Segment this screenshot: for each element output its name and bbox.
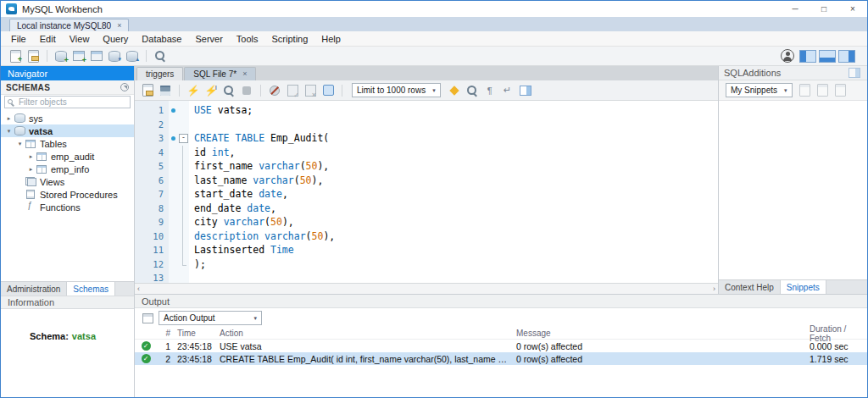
word-wrap-icon[interactable] <box>500 83 515 98</box>
tree-expand-icon[interactable]: ▾ <box>4 128 14 135</box>
toggle-left-panel-icon[interactable] <box>799 50 816 63</box>
scroll-right-icon[interactable]: › <box>713 285 715 293</box>
tree-expand-icon[interactable]: ▸ <box>26 153 36 160</box>
editor-tab-triggers[interactable]: triggers <box>136 67 183 80</box>
action-output-dropdown[interactable]: Action Output ▾ <box>159 311 262 325</box>
search-objects-icon[interactable] <box>153 48 168 64</box>
refresh-schemas-icon[interactable] <box>120 83 129 91</box>
code-text[interactable]: last_name varchar(50), <box>189 174 323 186</box>
insert-snippet-icon[interactable] <box>815 83 831 98</box>
filter-objects-input[interactable] <box>4 96 131 108</box>
scroll-left-icon[interactable]: ‹ <box>137 285 140 293</box>
replace-snippet-icon[interactable] <box>798 83 813 98</box>
code-text[interactable]: description varchar(50), <box>189 230 335 242</box>
tab-snippets[interactable]: Snippets <box>781 280 826 294</box>
code-text[interactable]: CREATE TABLE Emp_Audit( <box>189 132 329 144</box>
tree-expand-icon[interactable]: ▾ <box>15 141 25 147</box>
rollback-icon[interactable] <box>303 83 318 98</box>
mysql-app-icon <box>6 3 17 14</box>
toggle-right-panel-icon[interactable] <box>838 50 855 63</box>
fold-marker[interactable] <box>177 131 189 146</box>
tab-administration[interactable]: Administration <box>1 282 67 296</box>
menu-edit[interactable]: Edit <box>33 31 63 46</box>
menu-file[interactable]: File <box>4 31 33 46</box>
tree-item-sys[interactable]: ▸sys <box>1 112 134 124</box>
editor-horizontal-scrollbar[interactable]: ‹ › <box>135 283 718 294</box>
minimize-button[interactable]: ─ <box>781 1 810 17</box>
execute-current-icon[interactable] <box>203 83 219 98</box>
menu-query[interactable]: Query <box>96 31 135 46</box>
fold-marker <box>177 215 189 229</box>
explain-icon[interactable] <box>221 83 236 98</box>
tree-expand-icon[interactable]: ▸ <box>26 166 36 173</box>
menu-view[interactable]: View <box>63 31 97 46</box>
tree-item-vatsa[interactable]: ▾vatsa <box>1 124 134 137</box>
tab-schemas[interactable]: Schemas <box>67 282 115 296</box>
invisible-chars-icon[interactable] <box>482 83 498 98</box>
code-text[interactable]: end_date date, <box>189 202 276 214</box>
editor-tab-sql-file-7[interactable]: SQL File 7*× <box>184 67 256 80</box>
close-button[interactable]: × <box>838 1 867 17</box>
window-controls: ─ □ × <box>781 1 867 17</box>
tree-item-functions[interactable]: Functions <box>1 201 134 213</box>
create-schema-icon[interactable] <box>53 48 69 64</box>
menu-server[interactable]: Server <box>188 31 229 46</box>
output-grid-icon[interactable] <box>140 311 155 326</box>
copy-snippet-icon[interactable] <box>833 83 849 98</box>
code-text[interactable]: start_date date, <box>189 188 288 200</box>
fold-marker <box>177 146 189 160</box>
find-icon[interactable] <box>465 83 480 98</box>
open-file-icon[interactable] <box>140 83 155 98</box>
menu-scripting[interactable]: Scripting <box>265 31 315 46</box>
editor-tab-bar: triggersSQL File 7*× <box>135 66 718 80</box>
maximize-button[interactable]: □ <box>810 1 838 17</box>
menu-help[interactable]: Help <box>314 31 348 46</box>
create-table-icon[interactable] <box>71 48 86 64</box>
tree-item-emp-info[interactable]: ▸emp_info <box>1 163 134 175</box>
code-text[interactable]: id int, <box>189 146 236 158</box>
line-number: 10 <box>135 231 169 241</box>
code-text[interactable]: ); <box>189 258 206 270</box>
menu-database[interactable]: Database <box>135 31 188 46</box>
menu-tools[interactable]: Tools <box>230 31 265 46</box>
code-text[interactable]: city varchar(50), <box>189 216 294 228</box>
toggle-autocommit-icon[interactable] <box>320 83 336 98</box>
tree-item-stored-procedures[interactable]: Stored Procedures <box>1 188 134 201</box>
action-output-label: Action Output <box>164 313 215 323</box>
code-text[interactable]: USE vatsa; <box>189 104 253 116</box>
tree-item-tables[interactable]: ▾Tables <box>1 137 134 150</box>
close-tab-icon[interactable]: × <box>242 70 247 78</box>
output-cell: 23:45:18 <box>172 341 214 351</box>
code-text[interactable]: Lastinserted Time <box>189 244 294 256</box>
account-icon[interactable] <box>781 49 794 63</box>
stop-icon[interactable] <box>239 83 254 98</box>
output-row-2[interactable]: ✓223:45:18CREATE TABLE Emp_Audit( id int… <box>135 352 867 365</box>
tree-item-views[interactable]: Views <box>1 175 134 188</box>
execute-icon[interactable] <box>186 83 201 98</box>
tree-item-emp-audit[interactable]: ▸emp_audit <box>1 150 134 163</box>
beautify-icon[interactable] <box>447 83 462 98</box>
data-export-icon[interactable] <box>125 48 140 64</box>
line-number: 9 <box>135 217 169 227</box>
limit-rows-dropdown[interactable]: Limit to 1000 rows ▾ <box>352 83 441 97</box>
server-status-icon[interactable] <box>89 48 104 64</box>
open-script-icon[interactable] <box>25 48 41 64</box>
data-import-icon[interactable] <box>107 48 122 64</box>
output-cell: 0 row(s) affected <box>511 341 804 351</box>
new-sql-tab-icon[interactable] <box>8 48 23 64</box>
side-panel-icon[interactable] <box>847 65 862 80</box>
sql-code-editor[interactable]: 1USE vatsa;23CREATE TABLE Emp_Audit(4id … <box>135 101 718 283</box>
code-text[interactable]: first_name varchar(50), <box>189 160 329 172</box>
tab-context-help[interactable]: Context Help <box>719 280 781 294</box>
close-tab-icon[interactable]: × <box>117 22 121 30</box>
tree-expand-icon[interactable]: ▸ <box>4 115 14 122</box>
main-toolbar-icons <box>8 48 168 64</box>
side-panel-icon[interactable] <box>518 83 533 98</box>
snippets-dropdown[interactable]: My Snippets ▾ <box>726 83 793 97</box>
commit-icon[interactable] <box>285 83 300 98</box>
toggle-stop-on-error-icon[interactable] <box>267 83 282 98</box>
connection-tab-local-instance-mysql80[interactable]: Local instance MySQL80× <box>9 19 129 31</box>
save-script-icon[interactable] <box>158 83 173 98</box>
toggle-bottom-panel-icon[interactable] <box>819 50 836 63</box>
output-row-1[interactable]: ✓123:45:18USE vatsa0 row(s) affected0.00… <box>135 340 867 352</box>
